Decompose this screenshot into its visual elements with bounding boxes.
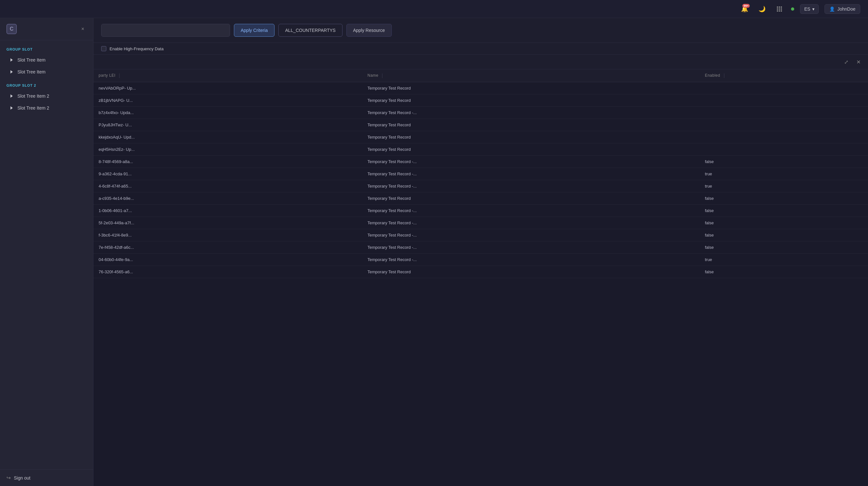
table-row[interactable]: b7z4x4fxo- Upda...Temporary Test Record …	[93, 107, 868, 119]
apply-criteria-button[interactable]: Apply Criteria	[234, 24, 275, 37]
table-row[interactable]: 8-748f-4569-a8a...Temporary Test Record …	[93, 155, 868, 168]
language-label: ES	[804, 6, 810, 11]
cell-enabled: false	[700, 229, 868, 241]
table-row[interactable]: kkejdxoAqU- Upd...Temporary Test Record	[93, 131, 868, 143]
table-row[interactable]: PJyu8JHTwz- U...Temporary Test Record	[93, 119, 868, 131]
notifications-button[interactable]: 🔔 99+	[739, 3, 750, 15]
cell-name: Temporary Test Record -...	[363, 180, 700, 192]
table-row[interactable]: eqH5Hsn2Ez- Up...Temporary Test Record	[93, 143, 868, 155]
close-panel-button[interactable]: ✕	[854, 57, 863, 66]
language-selector[interactable]: ES ▾	[800, 4, 819, 14]
cell-name: Temporary Test Record	[363, 82, 700, 94]
sidebar-item-slot-tree-2[interactable]: Slot Tree Item	[3, 66, 91, 78]
cell-name: Temporary Test Record -...	[363, 217, 700, 229]
cell-enabled: false	[700, 204, 868, 217]
cell-lei: 4-6c8f-474f-a65...	[93, 180, 363, 192]
panel-controls: ⤢ ✕	[93, 55, 868, 69]
table-row[interactable]: 9-a362-4cda-91...Temporary Test Record -…	[93, 168, 868, 180]
apply-criteria-label: Apply Criteria	[241, 28, 268, 33]
sidebar-item-slot-tree-3[interactable]: Slot Tree Item 2	[3, 90, 91, 102]
arrow-right-icon-3	[9, 93, 14, 99]
cell-lei: zB1jbVNAPG- U...	[93, 94, 363, 107]
chevron-down-icon: ▾	[812, 6, 814, 11]
cell-enabled: false	[700, 266, 868, 278]
data-table: party LEI Name Enabled	[93, 69, 868, 278]
cell-name: Temporary Test Record	[363, 192, 700, 204]
cell-enabled: true	[700, 168, 868, 180]
sidebar-item-slot-tree-4[interactable]: Slot Tree Item 2	[3, 102, 91, 114]
svg-marker-0	[11, 58, 13, 62]
svg-marker-3	[11, 107, 13, 110]
sign-out-icon: ↪	[6, 475, 11, 481]
table-row[interactable]: a-c935-4e14-b9e...Temporary Test Recordf…	[93, 192, 868, 204]
slot-tree-item-3-label: Slot Tree Item 2	[18, 93, 49, 99]
slot-tree-item-1-label: Slot Tree Item	[18, 57, 45, 63]
table-row[interactable]: 04-60b0-44fe-9a...Temporary Test Record …	[93, 253, 868, 266]
toolbar: Apply Criteria ALL_COUNTERPARTYS Apply R…	[93, 18, 868, 43]
table-row[interactable]: nevVAbORpP- Up...Temporary Test Record	[93, 82, 868, 94]
col-header-lei: party LEI	[93, 69, 363, 82]
table-row[interactable]: 1-0b06-4601-a7...Temporary Test Record -…	[93, 204, 868, 217]
user-menu[interactable]: 👤 JohnDoe	[825, 4, 860, 14]
slot-tree-item-2-label: Slot Tree Item	[18, 69, 45, 74]
col-header-name: Name	[363, 69, 700, 82]
search-input[interactable]	[101, 24, 230, 37]
cell-enabled	[700, 94, 868, 107]
table-row[interactable]: 5f-2e03-449a-a7f...Temporary Test Record…	[93, 217, 868, 229]
cell-name: Temporary Test Record	[363, 119, 700, 131]
user-icon: 👤	[829, 6, 835, 11]
group-slot-2-label: GROUP SLOT 2	[0, 82, 93, 90]
cell-lei: nevVAbORpP- Up...	[93, 82, 363, 94]
cell-name: Temporary Test Record	[363, 94, 700, 107]
cell-enabled	[700, 82, 868, 94]
sign-out-button[interactable]: ↪ Sign out	[0, 469, 93, 486]
content-area: Apply Criteria ALL_COUNTERPARTYS Apply R…	[93, 18, 868, 486]
cell-lei: 7e-f458-42df-a6c...	[93, 241, 363, 253]
cell-enabled	[700, 107, 868, 119]
table-row[interactable]: f-3bc6-41f4-8e9...Temporary Test Record …	[93, 229, 868, 241]
cell-name: Temporary Test Record	[363, 266, 700, 278]
arrow-right-icon	[9, 57, 14, 63]
sidebar-content: GROUP SLOT Slot Tree Item Slot Tree Item…	[0, 40, 93, 469]
cell-enabled: false	[700, 241, 868, 253]
cell-enabled: false	[700, 155, 868, 168]
cell-enabled: true	[700, 253, 868, 266]
all-counterpartys-label: ALL_COUNTERPARTYS	[285, 28, 336, 33]
all-counterpartys-button[interactable]: ALL_COUNTERPARTYS	[278, 24, 342, 37]
cell-name: Temporary Test Record	[363, 131, 700, 143]
main-layout: C × GROUP SLOT Slot Tree Item Slot Tree …	[0, 18, 868, 486]
status-indicator	[791, 7, 794, 11]
svg-marker-2	[11, 94, 13, 98]
app-logo: C	[6, 24, 17, 34]
table-wrapper[interactable]: party LEI Name Enabled	[93, 69, 868, 486]
cell-name: Temporary Test Record -...	[363, 253, 700, 266]
cell-name: Temporary Test Record -...	[363, 241, 700, 253]
table-row[interactable]: zB1jbVNAPG- U...Temporary Test Record	[93, 94, 868, 107]
arrow-right-icon-2	[9, 69, 14, 74]
enable-hf-row: Enable High-Frequency Data	[93, 43, 868, 55]
table-row[interactable]: 7e-f458-42df-a6c...Temporary Test Record…	[93, 241, 868, 253]
sidebar-item-slot-tree-1[interactable]: Slot Tree Item	[3, 54, 91, 66]
cell-name: Temporary Test Record -...	[363, 168, 700, 180]
enable-hf-checkbox[interactable]	[101, 46, 106, 51]
notif-badge: 99+	[742, 4, 750, 8]
apply-resource-button[interactable]: Apply Resource	[346, 24, 392, 37]
cell-enabled	[700, 119, 868, 131]
svg-marker-1	[11, 70, 13, 74]
cell-lei: 04-60b0-44fe-9a...	[93, 253, 363, 266]
table-row[interactable]: 76-320f-4565-a6...Temporary Test Recordf…	[93, 266, 868, 278]
cell-name: Temporary Test Record	[363, 143, 700, 155]
sign-out-label: Sign out	[14, 475, 30, 481]
cell-enabled: false	[700, 192, 868, 204]
username-label: JohnDoe	[837, 6, 856, 11]
col-header-enabled: Enabled	[700, 69, 868, 82]
grid-button[interactable]	[774, 3, 785, 15]
cell-lei: 9-a362-4cda-91...	[93, 168, 363, 180]
moon-icon[interactable]: 🌙	[756, 3, 768, 15]
cell-lei: kkejdxoAqU- Upd...	[93, 131, 363, 143]
sidebar-close-button[interactable]: ×	[79, 25, 87, 33]
enable-hf-label: Enable High-Frequency Data	[110, 47, 164, 51]
cell-enabled	[700, 143, 868, 155]
table-row[interactable]: 4-6c8f-474f-a65...Temporary Test Record …	[93, 180, 868, 192]
expand-panel-button[interactable]: ⤢	[842, 57, 850, 66]
